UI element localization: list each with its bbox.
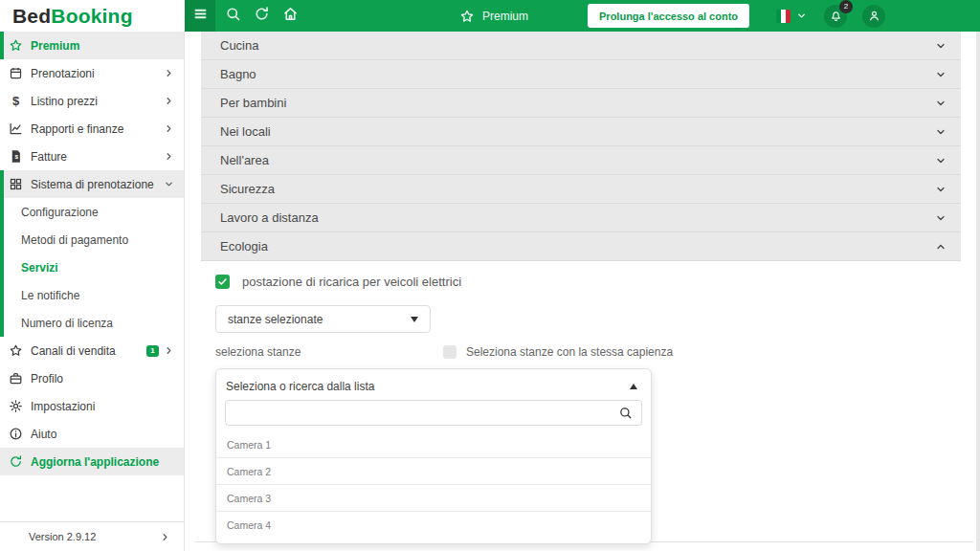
accordion-item-nei-locali[interactable]: Nei locali [201, 118, 961, 146]
star-icon [8, 342, 24, 359]
grid-icon [8, 176, 24, 192]
accordion-label: Sicurezza [220, 182, 275, 196]
sidebar: Premium Prenotazioni $ Listino prezzi Ra… [0, 32, 185, 551]
accordion-label: Bagno [220, 67, 256, 81]
version-row[interactable]: Version 2.9.12 [0, 521, 184, 551]
search-button[interactable] [225, 8, 241, 24]
accordion-item-ecologia[interactable]: Ecologia [201, 232, 961, 261]
sidebar-item-listino-prezzi[interactable]: $ Listino prezzi [0, 87, 184, 115]
search-icon [618, 406, 633, 420]
menu-toggle-button[interactable] [185, 0, 215, 32]
scrollbar-track[interactable] [976, 32, 980, 551]
app-logo[interactable]: BedBooking [0, 0, 185, 32]
list-item-camera-2[interactable]: Camera 2 [216, 458, 651, 485]
ev-charging-label: postazione di ricarica per veicoli elett… [242, 275, 461, 289]
sidebar-item-rapporti-finanze[interactable]: Rapporti e finanze [0, 115, 184, 143]
rooms-dropdown: Seleziona o ricerca dalla lista Camera 1… [215, 368, 652, 544]
star-icon [459, 9, 475, 24]
sidebar-item-aggiorna-applicazione[interactable]: Aggiorna l'applicazione [0, 448, 184, 475]
top-bar: BedBooking Premium Prolunga l'accesso al… [0, 0, 980, 32]
sidebar-item-canali-di-vendita[interactable]: Canali di vendita 1 [0, 337, 184, 364]
language-selector[interactable] [776, 10, 807, 23]
main-area: Cucina Bagno Per bambini Nei locali Nell… [185, 32, 980, 551]
sidebar-item-label: Profilo [31, 372, 63, 386]
list-item-camera-3[interactable]: Camera 3 [216, 485, 651, 512]
select-rooms-label: seleziona stanze [215, 345, 443, 359]
ecologia-panel: postazione di ricarica per veicoli elett… [194, 261, 973, 544]
rooms-mode-select[interactable]: stanze selezionate [215, 305, 431, 333]
accordion-item-nell-area[interactable]: Nell'area [201, 146, 961, 175]
accordion-label: Nei locali [220, 124, 271, 139]
hamburger-icon [193, 7, 208, 25]
sidebar-item-label: Aggiorna l'applicazione [31, 455, 159, 469]
sidebar-subitem-le-notifiche[interactable]: Le notifiche [4, 281, 184, 309]
chevron-right-icon [160, 532, 170, 542]
list-item-camera-4[interactable]: Camera 4 [216, 512, 651, 539]
caret-up-icon [630, 384, 637, 389]
sidebar-item-label: Fatture [31, 150, 67, 164]
gear-icon [8, 398, 24, 414]
sidebar-item-premium[interactable]: Premium [0, 32, 184, 59]
accordion-item-cucina[interactable]: Cucina [201, 32, 961, 60]
sidebar-item-profilo[interactable]: Profilo [0, 364, 184, 392]
premium-status[interactable]: Premium [459, 9, 528, 24]
chevron-right-icon [164, 151, 174, 162]
rooms-dropdown-header[interactable]: Seleziona o ricerca dalla lista [216, 369, 651, 400]
sidebar-item-aiuto[interactable]: Aiuto [0, 420, 184, 448]
logo-text-booking: Booking [51, 5, 132, 28]
refresh-button[interactable] [254, 8, 270, 24]
sidebar-subitem-numero-di-licenza[interactable]: Numero di licenza [4, 309, 184, 337]
chevron-down-icon [935, 184, 947, 195]
same-capacity-label: Seleziona stanze con la stessa capienza [466, 345, 673, 359]
rooms-search-input[interactable] [234, 407, 618, 420]
chart-icon [8, 121, 24, 137]
sidebar-subitem-servizi[interactable]: Servizi [4, 253, 184, 281]
accordion-item-per-bambini[interactable]: Per bambini [201, 89, 961, 118]
sidebar-item-impostazioni[interactable]: Impostazioni [0, 392, 184, 420]
room-label: Camera 4 [227, 519, 271, 531]
home-icon [282, 6, 299, 26]
account-button[interactable] [862, 5, 885, 28]
notifications-button[interactable]: 2 [824, 5, 847, 28]
chevron-up-icon [935, 241, 947, 253]
sidebar-item-fatture[interactable]: $ Fatture [0, 143, 184, 170]
chevron-down-icon [935, 155, 947, 166]
room-label: Camera 3 [227, 493, 271, 504]
room-label: Camera 2 [227, 466, 271, 477]
chevron-down-icon [935, 69, 947, 80]
rooms-mode-value: stanze selezionate [228, 313, 323, 326]
accordion-item-lavoro-a-distanza[interactable]: Lavoro a distanza [201, 204, 961, 232]
ev-charging-checkbox[interactable] [215, 275, 230, 289]
chevron-right-icon [164, 96, 174, 106]
extend-account-button[interactable]: Prolunga l'accesso al conto [588, 4, 749, 28]
sidebar-item-label: Canali di vendita [31, 344, 116, 358]
chevron-right-icon [164, 68, 174, 78]
sidebar-subitem-metodi-di-pagamento[interactable]: Metodi di pagamento [4, 226, 184, 253]
services-content-card: Cucina Bagno Per bambini Nei locali Nell… [194, 32, 973, 542]
star-icon [8, 37, 24, 54]
chevron-right-icon [164, 345, 174, 356]
sidebar-subitem-configurazione[interactable]: Configurazione [4, 198, 184, 226]
check-icon [217, 276, 228, 287]
sidebar-item-label: Rapporti e finanze [31, 122, 123, 136]
chevron-down-icon [935, 98, 947, 109]
home-button[interactable] [282, 8, 299, 24]
top-green-bar: Premium Prolunga l'accesso al conto 2 [185, 0, 980, 32]
sidebar-item-sistema-di-prenotazione[interactable]: Sistema di prenotazione [4, 170, 184, 198]
accordion-label: Per bambini [220, 96, 286, 110]
dollar-icon: $ [8, 93, 24, 109]
same-capacity-checkbox[interactable] [443, 345, 457, 359]
calendar-icon [8, 65, 24, 81]
accordion-item-bagno[interactable]: Bagno [201, 60, 961, 89]
version-label: Version 2.9.12 [29, 531, 96, 542]
room-label: Camera 1 [227, 439, 271, 451]
accordion-item-sicurezza[interactable]: Sicurezza [201, 175, 961, 204]
sidebar-item-label: Sistema di prenotazione [31, 178, 154, 191]
accordion-label: Cucina [220, 38, 258, 53]
info-icon [8, 426, 24, 442]
sidebar-item-prenotazioni[interactable]: Prenotazioni [0, 59, 184, 87]
list-item-camera-1[interactable]: Camera 1 [216, 431, 651, 458]
chevron-down-icon [935, 212, 947, 224]
subitem-label: Configurazione [21, 206, 99, 219]
subitem-label: Le notifiche [21, 289, 79, 302]
